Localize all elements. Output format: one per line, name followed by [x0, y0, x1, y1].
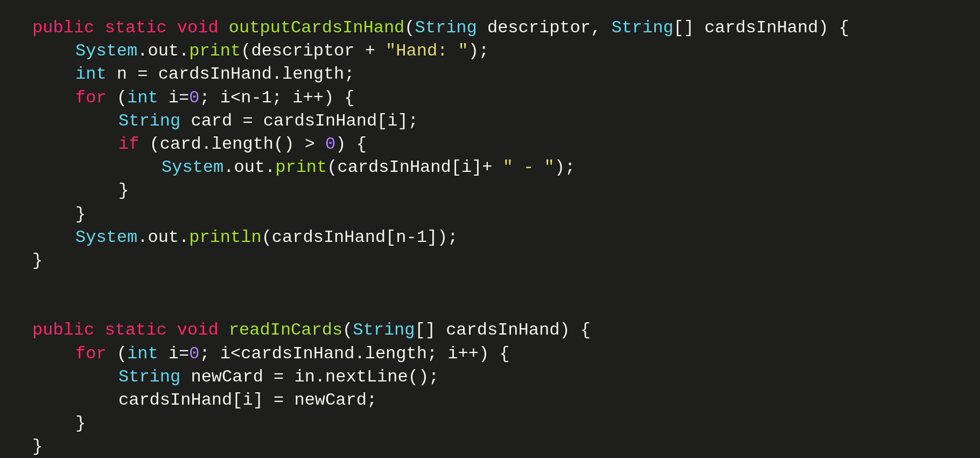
token-number-lit: 0	[189, 342, 199, 365]
token-kw-int: int	[127, 342, 158, 365]
code-line: System.out.println(cardsInHand[n-1]);	[32, 226, 948, 249]
token-plain: (	[342, 318, 353, 342]
token-plain	[167, 16, 177, 39]
token-plain: }	[118, 179, 129, 202]
token-kw-string: String	[353, 318, 415, 342]
token-plain: }	[75, 203, 86, 226]
code-line: int n = cardsInHand.length;	[32, 63, 948, 86]
token-method-name: outputCardsInHand	[229, 16, 404, 39]
code-line: String newCard = in.nextLine();	[32, 365, 948, 388]
token-kw-static: static	[104, 16, 166, 39]
token-plain: (	[107, 86, 127, 109]
token-plain	[219, 16, 229, 39]
token-plain: (cardsInHand[n-1]);	[262, 226, 458, 249]
token-plain: card = cardsInHand[i];	[180, 109, 418, 133]
code-line: }	[32, 179, 948, 202]
indent-spacer	[32, 203, 75, 226]
token-kw-int: int	[75, 63, 107, 86]
token-plain: (	[107, 342, 127, 365]
token-type-name: System	[162, 156, 223, 179]
token-method-name: readInCards	[229, 318, 342, 342]
token-kw-if: if	[118, 133, 139, 156]
token-plain: (card.length() >	[139, 133, 325, 156]
token-plain: [] cardsInHand) {	[674, 16, 849, 39]
code-line: String card = cardsInHand[i];	[32, 109, 948, 133]
token-kw-void: void	[177, 16, 219, 39]
token-method-name: print	[275, 156, 327, 179]
token-plain: n = cardsInHand.length;	[107, 63, 355, 86]
token-string-lit: "Hand: "	[386, 39, 468, 63]
indent-spacer	[32, 63, 75, 86]
code-line: cardsInHand[i] = newCard;	[32, 388, 948, 412]
token-string-lit: " - "	[503, 156, 555, 179]
token-kw-string: String	[415, 16, 477, 39]
code-line	[32, 295, 948, 318]
token-number-lit: 0	[325, 133, 335, 156]
token-plain: .out.	[137, 39, 189, 63]
indent-spacer	[32, 365, 118, 388]
token-kw-public: public	[32, 16, 94, 39]
token-plain: i=	[158, 86, 190, 109]
code-editor: public static void outputCardsInHand(Str…	[0, 0, 980, 458]
token-plain: ; i<cardsInHand.length; i++) {	[199, 342, 509, 365]
token-plain: (cardsInHand[i]+	[327, 156, 502, 179]
token-plain: (descriptor +	[241, 39, 386, 63]
code-line: System.out.print(descriptor + "Hand: ");	[32, 39, 948, 63]
token-plain: .out.	[137, 226, 189, 249]
code-line: public static void outputCardsInHand(Str…	[32, 16, 948, 39]
token-plain: );	[468, 39, 489, 63]
code-line	[32, 272, 948, 295]
token-plain: ) {	[335, 133, 367, 156]
code-line: for (int i=0; i<cardsInHand.length; i++)…	[32, 342, 948, 365]
token-kw-static: static	[104, 318, 166, 342]
token-number-lit: 0	[189, 86, 199, 109]
indent-spacer	[32, 156, 162, 179]
token-plain	[94, 16, 104, 39]
indent-spacer	[32, 388, 118, 412]
code-container: public static void outputCardsInHand(Str…	[32, 16, 948, 458]
indent-spacer	[32, 179, 118, 202]
code-line: }	[32, 412, 948, 435]
token-plain: [] cardsInHand) {	[415, 318, 591, 342]
token-plain: ; i<n-1; i++) {	[199, 86, 354, 109]
code-line: public static void readInCards(String[] …	[32, 318, 948, 342]
token-plain: }	[32, 435, 43, 458]
token-plain: }	[32, 249, 43, 272]
token-plain: (	[404, 16, 415, 39]
indent-spacer	[32, 109, 118, 133]
indent-spacer	[32, 39, 75, 63]
code-line: if (card.length() > 0) {	[32, 133, 948, 156]
token-type-name: System	[75, 226, 137, 249]
token-kw-public: public	[32, 318, 94, 342]
token-method-name: print	[189, 39, 241, 63]
token-method-name: println	[189, 226, 261, 249]
indent-spacer	[32, 412, 75, 435]
code-line: System.out.print(cardsInHand[i]+ " - ");	[32, 156, 948, 179]
code-line: }	[32, 435, 948, 458]
code-line: }	[32, 203, 948, 226]
indent-spacer	[32, 133, 118, 156]
indent-spacer	[32, 226, 75, 249]
token-plain: descriptor,	[477, 16, 612, 39]
token-plain: cardsInHand[i] = newCard;	[118, 388, 377, 412]
token-plain: }	[75, 412, 86, 435]
code-line: for (int i=0; i<n-1; i++) {	[32, 86, 948, 109]
token-kw-int: int	[127, 86, 158, 109]
token-kw-void: void	[177, 318, 219, 342]
token-plain: newCard = in.nextLine();	[180, 365, 439, 388]
token-type-name: System	[75, 39, 137, 63]
token-kw-for: for	[75, 86, 107, 109]
token-plain: i=	[158, 342, 190, 365]
indent-spacer	[32, 86, 75, 109]
token-plain	[219, 318, 229, 342]
code-line: }	[32, 249, 948, 272]
token-plain: );	[555, 156, 575, 179]
token-kw-string: String	[118, 365, 180, 388]
indent-spacer	[32, 342, 75, 365]
token-kw-for: for	[75, 342, 107, 365]
token-plain: .out.	[223, 156, 275, 179]
token-kw-string: String	[611, 16, 673, 39]
token-plain	[167, 318, 177, 342]
token-kw-string: String	[118, 109, 180, 133]
token-plain	[94, 318, 104, 342]
